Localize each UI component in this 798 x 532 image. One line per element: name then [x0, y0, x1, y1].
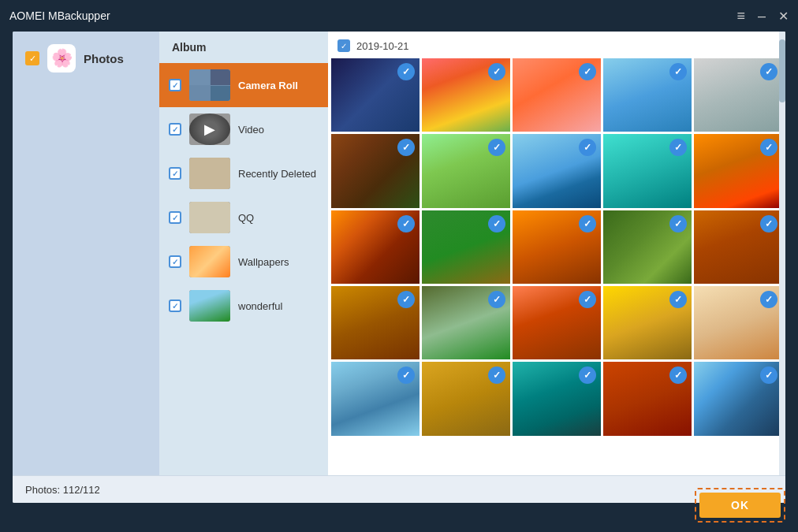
- title-bar-controls: ≡ – ✕: [736, 8, 789, 24]
- album-item-qq[interactable]: QQ: [159, 195, 328, 240]
- album-name-wallpapers: Wallpapers: [238, 256, 289, 268]
- photo-check-4[interactable]: ✓: [669, 63, 687, 80]
- photos-checkbox[interactable]: ✓: [25, 51, 39, 65]
- photo-cell-25[interactable]: ✓: [694, 362, 782, 435]
- photo-check-12[interactable]: ✓: [488, 215, 505, 233]
- album-thumb-video: ▶: [189, 113, 230, 145]
- photo-check-18[interactable]: ✓: [579, 291, 596, 308]
- recently-deleted-thumb-icon: [189, 158, 230, 189]
- album-thumb-wonderful: [189, 290, 230, 322]
- photo-cell-16[interactable]: ✓: [331, 286, 420, 359]
- wonderful-thumb-icon: [189, 290, 230, 322]
- album-item-wonderful[interactable]: wonderful: [159, 284, 328, 328]
- date-label: 2019-10-21: [356, 40, 409, 52]
- ok-area: OK: [695, 488, 785, 523]
- photo-cell-2[interactable]: ✓: [422, 58, 510, 132]
- photo-cell-19[interactable]: ✓: [603, 286, 692, 359]
- photo-check-17[interactable]: ✓: [488, 291, 505, 308]
- album-thumb-camera-roll: [189, 69, 230, 101]
- camera-roll-mini-thumb: [189, 69, 230, 101]
- photo-check-14[interactable]: ✓: [669, 215, 687, 233]
- photo-cell-3[interactable]: ✓: [513, 58, 601, 132]
- album-checkbox-wallpapers[interactable]: [169, 255, 181, 268]
- photo-cell-20[interactable]: ✓: [694, 286, 782, 359]
- ok-button-wrapper: OK: [695, 488, 785, 523]
- album-thumb-wallpapers: [189, 246, 230, 277]
- album-name-qq: QQ: [238, 212, 254, 224]
- minimize-icon[interactable]: –: [758, 8, 766, 24]
- photo-cell-22[interactable]: ✓: [422, 362, 510, 435]
- album-panel: Album Camera Roll ▶ Video: [159, 32, 328, 475]
- photo-check-16[interactable]: ✓: [397, 291, 415, 308]
- album-item-recently-deleted[interactable]: Recently Deleted: [159, 151, 328, 195]
- photo-count: Photos: 112/112: [25, 484, 100, 496]
- photos-app-icon: 🌸: [47, 44, 76, 73]
- photo-cell-8[interactable]: ✓: [513, 134, 601, 207]
- photo-cell-18[interactable]: ✓: [513, 286, 601, 359]
- qq-thumb-icon: [189, 202, 230, 233]
- photo-cell-9[interactable]: ✓: [603, 134, 692, 207]
- photo-check-5[interactable]: ✓: [760, 63, 777, 80]
- date-checkbox[interactable]: ✓: [337, 39, 350, 52]
- close-icon[interactable]: ✕: [778, 9, 789, 24]
- photo-check-1[interactable]: ✓: [397, 63, 415, 80]
- photo-cell-21[interactable]: ✓: [331, 362, 420, 435]
- photo-cell-15[interactable]: ✓: [694, 210, 782, 284]
- list-icon[interactable]: ≡: [736, 8, 745, 24]
- photo-cell-24[interactable]: ✓: [603, 362, 692, 435]
- photo-check-15[interactable]: ✓: [760, 215, 777, 233]
- app-title: AOMEI MBackupper: [9, 9, 110, 22]
- album-thumb-qq: [189, 202, 230, 233]
- album-checkbox-camera-roll[interactable]: [169, 79, 181, 91]
- album-checkbox-qq[interactable]: [169, 211, 181, 224]
- date-header: ✓ 2019-10-21: [328, 32, 785, 58]
- sidebar-title: Photos: [84, 52, 124, 65]
- album-panel-header: Album: [159, 32, 328, 63]
- photo-check-19[interactable]: ✓: [669, 291, 687, 308]
- album-checkbox-recently-deleted[interactable]: [169, 167, 181, 180]
- album-item-video[interactable]: ▶ Video: [159, 107, 328, 151]
- photo-cell-6[interactable]: ✓: [331, 134, 420, 207]
- album-checkbox-video[interactable]: [169, 123, 181, 136]
- main-window: ✓ 🌸 Photos Album Camera Roll: [13, 32, 785, 503]
- photo-cell-11[interactable]: ✓: [331, 210, 420, 284]
- scrollbar-thumb[interactable]: [779, 39, 785, 102]
- album-thumb-recently-deleted: [189, 158, 230, 189]
- album-checkbox-wonderful[interactable]: [169, 299, 181, 312]
- title-bar: AOMEI MBackupper ≡ – ✕: [0, 0, 798, 32]
- photo-cell-10[interactable]: ✓: [694, 134, 782, 207]
- title-bar-left: AOMEI MBackupper: [9, 9, 110, 22]
- album-item-wallpapers[interactable]: Wallpapers: [159, 240, 328, 284]
- video-thumb-icon: ▶: [189, 113, 230, 145]
- photo-cell-5[interactable]: ✓: [694, 58, 782, 132]
- photo-cell-17[interactable]: ✓: [422, 286, 510, 359]
- album-item-camera-roll[interactable]: Camera Roll: [159, 63, 328, 107]
- photo-check-2[interactable]: ✓: [488, 63, 505, 80]
- photo-cell-13[interactable]: ✓: [513, 210, 601, 284]
- photo-grid: ✓ ✓ ✓ ✓ ✓: [328, 58, 785, 439]
- photo-cell-14[interactable]: ✓: [603, 210, 692, 284]
- album-name-video: Video: [238, 124, 264, 136]
- photo-cell-7[interactable]: ✓: [422, 134, 510, 207]
- album-name-recently-deleted: Recently Deleted: [238, 168, 316, 180]
- scrollbar-track[interactable]: [779, 32, 785, 475]
- wallpapers-thumb-icon: [189, 246, 230, 277]
- photo-check-13[interactable]: ✓: [579, 215, 596, 233]
- photo-cell-1[interactable]: ✓: [331, 58, 420, 132]
- album-name-wonderful: wonderful: [238, 300, 282, 312]
- album-name-camera-roll: Camera Roll: [238, 80, 298, 91]
- photo-cell-12[interactable]: ✓: [422, 210, 510, 284]
- content-area: ✓ 🌸 Photos Album Camera Roll: [13, 32, 785, 475]
- ok-button[interactable]: OK: [699, 493, 781, 518]
- photo-grid-area[interactable]: ✓ 2019-10-21 ✓ ✓ ✓ ✓: [328, 32, 785, 475]
- sidebar-header: ✓ 🌸 Photos: [13, 44, 159, 85]
- bottom-bar: Photos: 112/112: [13, 475, 785, 503]
- photo-cell-23[interactable]: ✓: [513, 362, 601, 435]
- photo-cell-4[interactable]: ✓: [603, 58, 692, 132]
- sidebar: ✓ 🌸 Photos: [13, 32, 159, 475]
- photo-check-11[interactable]: ✓: [397, 215, 415, 233]
- photo-check-3[interactable]: ✓: [579, 63, 596, 80]
- photo-check-20[interactable]: ✓: [760, 291, 777, 308]
